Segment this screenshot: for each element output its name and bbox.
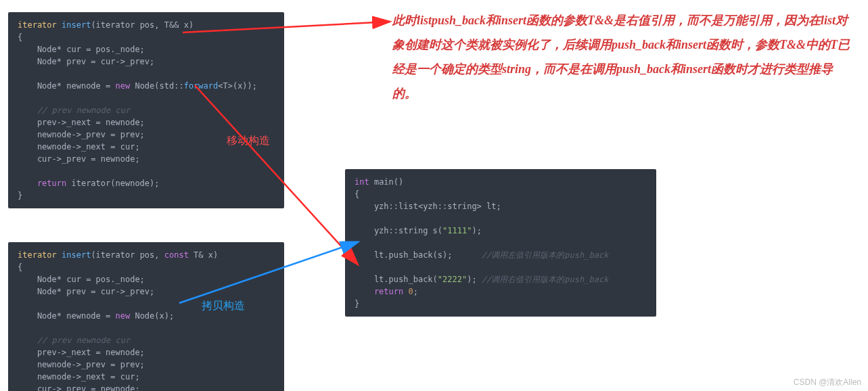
code-block-insert-rvalue: iterator insert(iterator pos, T&& x) { N… <box>8 12 284 208</box>
code-text: Node* prev = cur->_prev; <box>18 57 154 66</box>
code-text: return <box>18 179 66 188</box>
code-text: insert <box>62 20 91 30</box>
explanation-text: 此时listpush_back和insert函数的参数T&&是右值引用，而不是万… <box>392 8 852 106</box>
code-text: newnode->_next = cur; <box>18 142 140 152</box>
code-comment: //调用右值引用版本的push_back <box>482 275 608 284</box>
code-text: newnode->_prev = prev; <box>18 360 145 369</box>
code-text: insert <box>62 250 91 260</box>
watermark: CSDN @清欢Allen <box>794 377 861 388</box>
code-text: newnode->_prev = prev; <box>18 130 145 139</box>
code-text: { <box>18 262 22 272</box>
code-block-main: int main() { yzh::list<yzh::string> lt; … <box>345 169 656 317</box>
code-text: Node* newnode = <box>18 311 116 321</box>
code-text: ); <box>472 226 481 235</box>
code-text: ; <box>413 287 418 296</box>
code-text: int <box>355 177 369 187</box>
code-text: forward <box>184 81 219 91</box>
code-text: cur->_prev = newnode; <box>18 154 140 164</box>
code-text: } <box>18 191 22 200</box>
code-text: { <box>355 189 359 199</box>
code-text: Node* cur = pos._node; <box>18 275 145 284</box>
code-text: prev->_next = newnode; <box>18 348 145 357</box>
code-text: new <box>116 311 131 321</box>
code-text: "1111" <box>442 226 472 235</box>
code-text: iterator <box>18 20 62 30</box>
code-text: Node* cur = pos._node; <box>18 45 145 54</box>
code-text: ); <box>467 275 482 284</box>
code-text: 0 <box>408 287 413 296</box>
code-text: lt.push_back( <box>355 275 438 284</box>
code-text: Node(x); <box>130 311 174 321</box>
code-text: yzh::list<yzh::string> lt; <box>355 202 501 211</box>
code-text: iterator(newnode); <box>66 179 159 188</box>
code-comment: //调用左值引用版本的push_back <box>453 250 609 260</box>
code-text: "2222" <box>438 275 467 284</box>
code-text: yzh::string s( <box>355 226 442 235</box>
label-move-construct: 移动构造 <box>227 134 270 148</box>
code-text: <T>(x)); <box>218 81 257 91</box>
code-text: newnode->_next = cur; <box>18 372 140 382</box>
code-text: Node(std:: <box>130 81 183 91</box>
code-text: prev->_next = newnode; <box>18 118 145 127</box>
code-text: (iterator pos, T&& x) <box>91 20 193 30</box>
code-comment: // prev newnode cur <box>18 106 130 115</box>
code-comment: // prev newnode cur <box>18 336 130 345</box>
code-text: new <box>116 81 131 91</box>
code-text: (iterator pos, <box>91 250 164 260</box>
label-copy-construct: 拷贝构造 <box>202 299 245 313</box>
code-text: lt.push_back(s); <box>355 250 453 260</box>
code-text: const <box>164 250 189 260</box>
code-text: { <box>18 32 22 42</box>
code-text: main() <box>369 177 404 187</box>
code-text: return <box>355 287 403 296</box>
code-text: T& x) <box>189 250 218 260</box>
code-text: } <box>355 299 359 308</box>
code-text: cur->_prev = newnode; <box>18 384 140 391</box>
code-block-insert-lvalue: iterator insert(iterator pos, const T& x… <box>8 242 284 391</box>
code-text: Node* prev = cur->_prev; <box>18 287 154 296</box>
code-text: iterator <box>18 250 62 260</box>
code-text: Node* newnode = <box>18 81 116 91</box>
